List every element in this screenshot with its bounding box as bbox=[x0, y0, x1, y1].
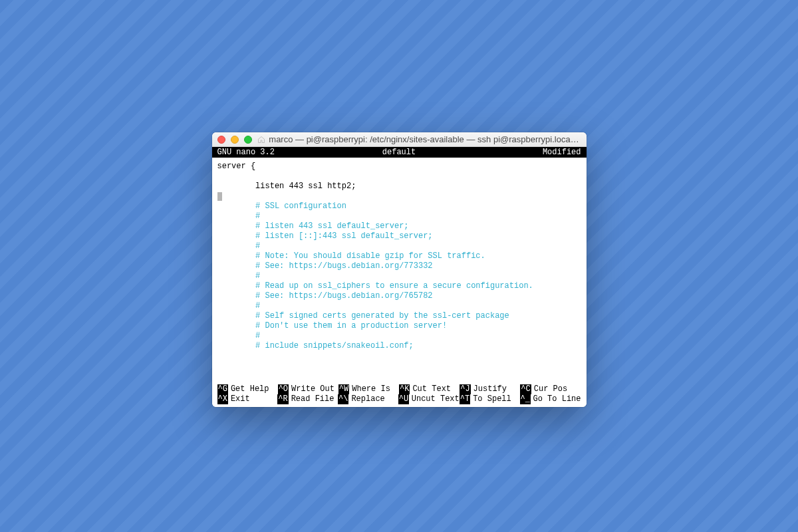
nano-program: GNU nano 3.2 bbox=[217, 147, 338, 158]
editor-line: server { bbox=[217, 162, 581, 172]
editor-line: # listen [::]:443 ssl default_server; bbox=[217, 231, 581, 241]
shortcut-key: ^O bbox=[278, 384, 289, 394]
editor-line: # Read up on ssl_ciphers to ensure a sec… bbox=[217, 281, 581, 291]
shortcut-key: ^R bbox=[277, 394, 288, 404]
shortcut-key: ^T bbox=[460, 394, 470, 404]
editor-line bbox=[217, 172, 581, 182]
shortcut-label: Justify bbox=[473, 384, 507, 394]
traffic-lights bbox=[217, 136, 252, 144]
shortcut-item[interactable]: ^WWhere Is bbox=[338, 384, 399, 394]
shortcut-key: ^G bbox=[217, 384, 228, 394]
editor-line: # Self signed certs generated by the ssl… bbox=[217, 311, 581, 321]
editor-line: # bbox=[217, 271, 581, 281]
editor-line: # See: https://bugs.debian.org/765782 bbox=[217, 291, 581, 301]
shortcut-bar: ^GGet Help^OWrite Out^WWhere Is^KCut Tex… bbox=[212, 384, 587, 407]
home-icon bbox=[257, 136, 265, 144]
shortcut-label: To Spell bbox=[473, 394, 511, 404]
shortcut-label: Go To Line bbox=[533, 394, 581, 404]
nano-filename: default bbox=[338, 147, 460, 158]
editor-line: # bbox=[217, 211, 581, 221]
editor-line: # include snippets/snakeoil.conf; bbox=[217, 341, 581, 351]
shortcut-key: ^_ bbox=[520, 394, 531, 404]
shortcut-key: ^K bbox=[399, 384, 410, 394]
shortcut-key: ^J bbox=[460, 384, 470, 394]
shortcut-item[interactable]: ^XExit bbox=[217, 394, 278, 404]
shortcut-row-1: ^GGet Help^OWrite Out^WWhere Is^KCut Tex… bbox=[217, 384, 581, 394]
terminal-window: marco — pi@raspberrypi: /etc/nginx/sites… bbox=[212, 132, 587, 407]
maximize-button[interactable] bbox=[244, 136, 252, 144]
nano-modified-status: Modified bbox=[460, 147, 581, 158]
shortcut-item[interactable]: ^CCur Pos bbox=[520, 384, 581, 394]
editor-line: # Don't use them in a production server! bbox=[217, 321, 581, 331]
shortcut-label: Cur Pos bbox=[534, 384, 567, 394]
shortcut-item[interactable]: ^KCut Text bbox=[399, 384, 460, 394]
shortcut-item[interactable]: ^RRead File bbox=[277, 394, 338, 404]
shortcut-label: Exit bbox=[231, 394, 250, 404]
editor-line: listen 443 ssl http2; bbox=[217, 182, 581, 192]
editor-line: # SSL configuration bbox=[217, 201, 581, 211]
shortcut-key: ^U bbox=[398, 394, 409, 404]
shortcut-label: Write Out bbox=[291, 384, 334, 394]
window-title: marco — pi@raspberrypi: /etc/nginx/sites… bbox=[269, 134, 579, 144]
shortcut-item[interactable]: ^JJustify bbox=[460, 384, 520, 394]
editor-area[interactable]: server { listen 443 ssl http2; # SSL con… bbox=[212, 158, 587, 384]
editor-line: # bbox=[217, 331, 581, 341]
editor-line: # bbox=[217, 301, 581, 311]
editor-line: # See: https://bugs.debian.org/773332 bbox=[217, 261, 581, 271]
shortcut-item[interactable]: ^OWrite Out bbox=[278, 384, 338, 394]
window-titlebar[interactable]: marco — pi@raspberrypi: /etc/nginx/sites… bbox=[212, 132, 587, 147]
minimize-button[interactable] bbox=[231, 136, 239, 144]
shortcut-key: ^C bbox=[520, 384, 531, 394]
shortcut-label: Get Help bbox=[231, 384, 269, 394]
shortcut-label: Read File bbox=[291, 394, 334, 404]
shortcut-item[interactable]: ^UUncut Text bbox=[398, 394, 460, 404]
shortcut-key: ^W bbox=[338, 384, 349, 394]
nano-statusbar: GNU nano 3.2 default Modified bbox=[212, 147, 587, 158]
shortcut-item[interactable]: ^\Replace bbox=[338, 394, 398, 404]
editor-line: # bbox=[217, 241, 581, 251]
editor-line: # Note: You should disable gzip for SSL … bbox=[217, 251, 581, 261]
shortcut-label: Uncut Text bbox=[412, 394, 460, 404]
editor-line bbox=[217, 192, 581, 201]
shortcut-label: Replace bbox=[351, 394, 384, 404]
editor-line: # listen 443 ssl default_server; bbox=[217, 221, 581, 231]
shortcut-label: Where Is bbox=[352, 384, 390, 394]
text-cursor bbox=[217, 192, 222, 201]
title-wrap: marco — pi@raspberrypi: /etc/nginx/sites… bbox=[256, 134, 581, 144]
shortcut-key: ^X bbox=[217, 394, 228, 404]
shortcut-item[interactable]: ^TTo Spell bbox=[460, 394, 520, 404]
shortcut-item[interactable]: ^GGet Help bbox=[217, 384, 278, 394]
close-button[interactable] bbox=[217, 136, 225, 144]
shortcut-label: Cut Text bbox=[412, 384, 451, 394]
shortcut-row-2: ^XExit^RRead File^\Replace^UUncut Text^T… bbox=[217, 394, 581, 404]
shortcut-key: ^\ bbox=[338, 394, 348, 404]
shortcut-item[interactable]: ^_Go To Line bbox=[520, 394, 581, 404]
